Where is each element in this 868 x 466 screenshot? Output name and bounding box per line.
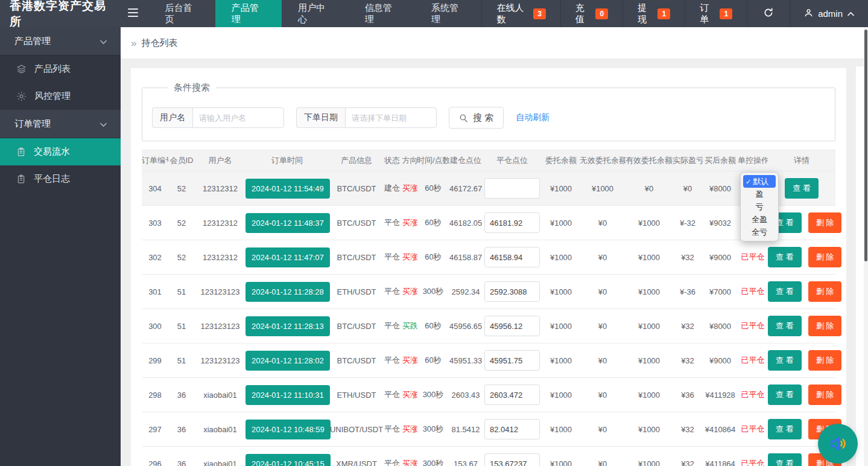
top-nav: 后台首页产品管理用户中心信息管理系统管理 xyxy=(148,0,481,27)
valid-entrust-cell: ¥1000 xyxy=(626,343,673,378)
view-button[interactable]: 查 看 xyxy=(768,453,802,466)
view-button[interactable]: 查 看 xyxy=(768,419,802,439)
order-time-button[interactable]: 2024-01-12 11:10:31 xyxy=(246,385,330,405)
close-point-input[interactable] xyxy=(484,385,540,405)
entrust-balance-cell: ¥1000 xyxy=(542,343,580,378)
column-header-14: 单控操作 xyxy=(738,150,768,171)
sidebar-group-1[interactable]: 订单管理 xyxy=(0,110,121,138)
nav-item-4[interactable]: 系统管理 xyxy=(415,0,481,27)
view-button[interactable]: 查 看 xyxy=(768,247,802,267)
delete-button[interactable]: 删 除 xyxy=(808,281,842,302)
table-row: 299511231231232024-01-12 11:28:02BTC/USD… xyxy=(142,343,835,378)
sidebar-group-0[interactable]: 产品管理 xyxy=(0,27,121,56)
delete-button[interactable]: 删 除 xyxy=(808,247,842,267)
control-cell: 已平仓 xyxy=(738,447,768,466)
sidebar-item-0-1[interactable]: 风控管理 xyxy=(0,83,121,110)
order-time-button[interactable]: 2024-01-12 10:45:15 xyxy=(246,454,331,466)
view-button[interactable]: 查 看 xyxy=(785,178,819,199)
after-balance-cell: ¥8000 xyxy=(703,171,738,206)
username-cell: 12312312 xyxy=(195,206,246,240)
view-button[interactable]: 查 看 xyxy=(768,281,802,302)
table-row: 30452123123122024-01-12 11:54:49BTC/USDT… xyxy=(142,171,835,206)
close-point-input[interactable] xyxy=(484,350,540,371)
scrollbar-thumb[interactable] xyxy=(864,30,867,261)
dropdown-option-2[interactable]: 亏 xyxy=(743,200,776,213)
member-id-cell: 52 xyxy=(168,206,195,240)
search-button[interactable]: 搜 索 xyxy=(449,107,504,129)
product-cell: ETH/USDT xyxy=(329,275,384,309)
closed-status-label: 已平仓 xyxy=(741,390,765,399)
close-point-input[interactable] xyxy=(484,247,540,267)
delete-button[interactable]: 删 除 xyxy=(808,350,842,371)
delete-button[interactable]: 删 除 xyxy=(808,212,842,233)
delete-button[interactable]: 删 除 xyxy=(808,316,842,336)
delete-button[interactable]: 删 除 xyxy=(808,385,842,405)
order-id-cell: 300 xyxy=(142,309,168,343)
stat-item-3[interactable]: 订单1 xyxy=(685,0,747,27)
view-button[interactable]: 查 看 xyxy=(768,385,802,405)
close-point-input[interactable] xyxy=(484,212,540,233)
refresh-button[interactable] xyxy=(747,0,790,27)
closed-status-label: 已平仓 xyxy=(741,287,765,296)
order-time-button[interactable]: 2024-01-12 10:48:59 xyxy=(246,420,331,439)
layers-icon xyxy=(16,64,27,74)
order-time-button[interactable]: 2024-01-12 11:48:37 xyxy=(246,213,330,233)
order-time-button[interactable]: 2024-01-12 11:28:13 xyxy=(246,316,330,336)
period-cell: 60秒 xyxy=(417,240,449,275)
username-input[interactable] xyxy=(192,107,284,128)
user-menu[interactable]: admin xyxy=(790,0,868,27)
product-cell: BTC/USDT xyxy=(329,240,384,275)
stat-item-0[interactable]: 在线人数3 xyxy=(481,0,560,27)
direction-label: 买涨 xyxy=(402,287,418,296)
dropdown-option-1[interactable]: 盈 xyxy=(743,188,776,200)
product-cell: XMR/USDT xyxy=(329,447,384,466)
dropdown-option-4[interactable]: 全亏 xyxy=(743,226,776,238)
entrust-balance-cell: ¥1000 xyxy=(542,412,580,447)
sidebar-item-1-1[interactable]: 平仓日志 xyxy=(0,165,121,193)
stat-item-1[interactable]: 充值0 xyxy=(560,0,622,27)
nav-item-1[interactable]: 产品管理 xyxy=(215,0,282,27)
invalid-entrust-cell: ¥0 xyxy=(580,240,626,275)
sidebar-item-1-0[interactable]: 交易流水 xyxy=(0,138,121,165)
product-cell: BTC/USDT xyxy=(329,206,384,240)
invalid-entrust-cell: ¥0 xyxy=(580,206,626,240)
order-time-button[interactable]: 2024-01-12 11:28:02 xyxy=(246,351,330,371)
close-point-input[interactable] xyxy=(484,281,540,302)
close-point-input[interactable] xyxy=(484,178,540,199)
order-time-button[interactable]: 2024-01-12 11:47:07 xyxy=(246,247,330,267)
open-point-cell: 2592.34 xyxy=(449,275,482,309)
stat-item-2[interactable]: 提现1 xyxy=(622,0,685,27)
period-cell: 300秒 xyxy=(417,378,449,412)
product-cell: BTC/USDT xyxy=(329,171,384,206)
direction-label: 买涨 xyxy=(402,252,418,261)
check-icon: ✓ xyxy=(746,178,751,185)
breadcrumb: 持仓列表 xyxy=(141,37,177,49)
control-cell: 已平仓 xyxy=(738,240,768,275)
main-content: » 持仓列表 条件搜索 用户名 下单日期 xyxy=(121,27,868,466)
close-point-input[interactable] xyxy=(484,316,540,336)
scrollbar-track[interactable] xyxy=(864,27,868,466)
entrust-balance-cell: ¥1000 xyxy=(542,206,580,240)
menu-toggle-button[interactable] xyxy=(117,0,148,27)
auto-refresh-link[interactable]: 自动刷新 xyxy=(516,112,550,123)
user-name: admin xyxy=(818,8,843,19)
dropdown-option-3[interactable]: 全盈 xyxy=(743,213,776,226)
close-point-input[interactable] xyxy=(484,453,540,466)
nav-item-3[interactable]: 信息管理 xyxy=(349,0,415,27)
username-cell: 123123123 xyxy=(195,343,246,378)
state-direction-cell: 平仓 买跌 xyxy=(384,309,417,343)
order-time-button[interactable]: 2024-01-12 11:28:28 xyxy=(246,282,330,302)
order-date-input[interactable] xyxy=(345,107,437,128)
invalid-entrust-cell: ¥0 xyxy=(580,275,626,309)
order-time-button[interactable]: 2024-01-12 11:54:49 xyxy=(246,179,330,199)
sidebar-item-0-0[interactable]: 产品列表 xyxy=(0,56,121,83)
dropdown-option-0[interactable]: ✓默认 xyxy=(743,175,776,188)
view-button[interactable]: 查 看 xyxy=(768,316,802,336)
sound-notification-button[interactable] xyxy=(818,424,858,464)
close-point-input[interactable] xyxy=(484,419,540,439)
nav-item-2[interactable]: 用户中心 xyxy=(282,0,348,27)
nav-item-0[interactable]: 后台首页 xyxy=(148,0,215,27)
app-logo: 香港数字资产交易所 xyxy=(0,0,117,27)
profit-cell: ¥-36 xyxy=(673,275,703,309)
view-button[interactable]: 查 看 xyxy=(768,350,802,371)
